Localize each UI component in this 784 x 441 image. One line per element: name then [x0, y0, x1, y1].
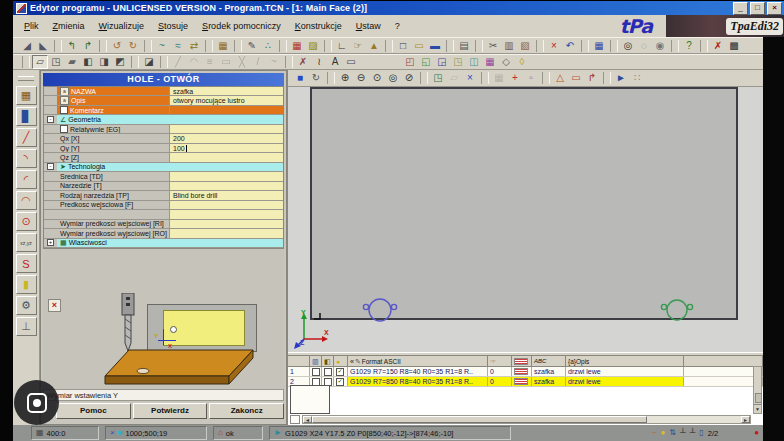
format-ascii-header[interactable]: « ✎ Format ASCII	[348, 356, 488, 366]
undo-icon[interactable]: ↶	[562, 39, 578, 53]
opis-column-header[interactable]: {a}Opis	[566, 356, 684, 366]
face-fit-icon[interactable]: ◪	[141, 55, 157, 69]
menu-?[interactable]: ?	[388, 19, 407, 33]
setup-icon[interactable]: S	[16, 254, 37, 273]
sketch-icon[interactable]: ✎	[244, 39, 260, 53]
face-pair-icon[interactable]: ◫	[466, 55, 482, 69]
edit-wave-icon[interactable]: ~	[266, 55, 282, 69]
property-value[interactable]: otwory mocujące lustro	[170, 96, 283, 104]
profile-open-icon[interactable]: △	[552, 71, 568, 85]
hscroll-thumb[interactable]	[312, 416, 647, 423]
face-right-icon[interactable]: ◨	[96, 55, 112, 69]
edit-offset-icon[interactable]: ≡	[202, 55, 218, 69]
scroll-down-icon[interactable]: ▼	[754, 404, 761, 413]
cut-icon[interactable]: ✂	[485, 39, 501, 53]
trim-icon[interactable]: ✗	[295, 55, 311, 69]
sawing-icon[interactable]: ▊	[16, 107, 37, 126]
edit-slash-icon[interactable]: /	[250, 55, 266, 69]
join-profiles-icon[interactable]: ≀	[311, 55, 327, 69]
menu-zmienia[interactable]: Zmienia	[46, 19, 92, 33]
select-box-icon[interactable]: ▭	[343, 55, 359, 69]
property-value[interactable]: 200	[170, 134, 283, 142]
property-value[interactable]: Blind bore drill	[170, 191, 283, 199]
save-file-icon[interactable]: ▬	[427, 39, 443, 53]
spline-tool-icon[interactable]: ≈	[170, 39, 186, 53]
origin-cross-icon[interactable]: +	[507, 71, 523, 85]
paste-sequence-icon[interactable]: ↱	[80, 39, 96, 53]
circle-icon[interactable]: ⊙	[16, 212, 37, 231]
tool-column-icon[interactable]: ☞	[488, 356, 512, 366]
origin-corner-icon[interactable]: ∟	[334, 39, 350, 53]
hole-entity[interactable]	[363, 299, 396, 321]
rotate-view-icon[interactable]: ↻	[308, 71, 324, 85]
menu-stosuje[interactable]: Stosuje	[151, 19, 195, 33]
measure-points-icon[interactable]: ∴	[260, 39, 276, 53]
magnet-vertical-icon[interactable]: ◣	[35, 39, 51, 53]
open-file-icon[interactable]: ▭	[411, 39, 427, 53]
profile-closed-icon[interactable]: ▭	[568, 71, 584, 85]
arc-ccw-icon[interactable]: ◜	[16, 170, 37, 189]
face-front-icon[interactable]: ▰	[64, 55, 80, 69]
face-grid-icon[interactable]: ▦	[482, 55, 498, 69]
delete-icon[interactable]: ×	[546, 39, 562, 53]
optimize-icon[interactable]: ▦	[591, 39, 607, 53]
property-value[interactable]	[170, 229, 283, 237]
gear-macro-icon[interactable]: ⚙	[16, 296, 37, 315]
edit-rect-icon[interactable]: ▭	[218, 55, 234, 69]
edit-line-icon[interactable]: ╱	[170, 55, 186, 69]
face-link-icon[interactable]: ◳	[450, 55, 466, 69]
close-view-icon[interactable]: ×	[462, 71, 478, 85]
paste-icon[interactable]: ▧	[517, 39, 533, 53]
zoom-out-icon[interactable]: ⊖	[353, 71, 369, 85]
curve-tool-icon[interactable]: ~	[154, 39, 170, 53]
shaded-view-icon[interactable]: ■	[292, 71, 308, 85]
scroll-right-icon[interactable]: ►	[741, 416, 750, 423]
property-value[interactable]	[170, 210, 283, 218]
arc-cw-icon[interactable]: ◝	[16, 149, 37, 168]
restore-button[interactable]: □	[750, 2, 765, 15]
menu-srodek-pomocniczy[interactable]: Srodek pomocniczy	[195, 19, 288, 33]
property-value[interactable]: 100	[170, 144, 283, 152]
menu-plik[interactable]: Plik	[17, 19, 46, 33]
table-edit-cell[interactable]	[290, 385, 330, 414]
face-delete-icon[interactable]: ◱	[418, 55, 434, 69]
overview-icon[interactable]: ▩	[726, 39, 742, 53]
find-next-icon[interactable]: ◌	[636, 39, 652, 53]
zoom-in-icon[interactable]: ⊕	[337, 71, 353, 85]
view-2d-icon[interactable]: ▱	[446, 71, 462, 85]
property-value[interactable]	[170, 106, 283, 114]
property-value[interactable]	[170, 125, 283, 133]
row-checkbox[interactable]	[312, 368, 320, 376]
rotate-cw-icon[interactable]: ↻	[125, 39, 141, 53]
new-file-icon[interactable]: □	[395, 39, 411, 53]
help-icon[interactable]: ?	[681, 39, 697, 53]
zoom-previous-icon[interactable]: ⊘	[401, 71, 417, 85]
lens-overlay-button[interactable]	[14, 380, 59, 425]
menu-ustaw[interactable]: Ustaw	[349, 19, 388, 33]
arc-xz-yz-icon[interactable]: xz,yz	[16, 233, 37, 252]
pocket-icon[interactable]: ▮	[16, 275, 37, 294]
name-column-header[interactable]: ABC	[532, 356, 566, 366]
zoom-select-icon[interactable]: ▫	[523, 71, 539, 85]
cone-view-icon[interactable]: ▲	[366, 39, 382, 53]
menu-wizualizuje[interactable]: Wizualizuje	[92, 19, 152, 33]
row-checkbox[interactable]	[324, 368, 332, 376]
confirm-button[interactable]: Potwierdz	[133, 403, 208, 419]
rotate-ccw-icon[interactable]: ↺	[109, 39, 125, 53]
property-value[interactable]: szafka	[170, 87, 283, 95]
table-row[interactable]: 2✓G1029 R7=850 R8=40 R0=35 R1=8 R..0szaf…	[288, 377, 763, 387]
close-button[interactable]: ×	[767, 2, 782, 15]
collapse-icon[interactable]: -	[47, 116, 54, 123]
zoom-window-icon[interactable]: ◎	[385, 71, 401, 85]
face-draw-icon[interactable]: ◊	[514, 55, 530, 69]
property-value[interactable]	[170, 172, 283, 180]
checkbox-icon[interactable]	[60, 106, 68, 114]
hscroll-split-box[interactable]	[290, 415, 300, 424]
snap-grid-icon[interactable]: ∷	[629, 71, 645, 85]
lock-column-icon[interactable]: ◧	[322, 356, 334, 366]
table-hscrollbar[interactable]: ◄ ►	[302, 415, 751, 424]
build-column-icon[interactable]: ●	[334, 356, 348, 366]
toolbar-grip[interactable]	[18, 76, 34, 81]
drilling-board-icon[interactable]: ▦	[16, 86, 37, 105]
copy-icon[interactable]: ▥	[501, 39, 517, 53]
